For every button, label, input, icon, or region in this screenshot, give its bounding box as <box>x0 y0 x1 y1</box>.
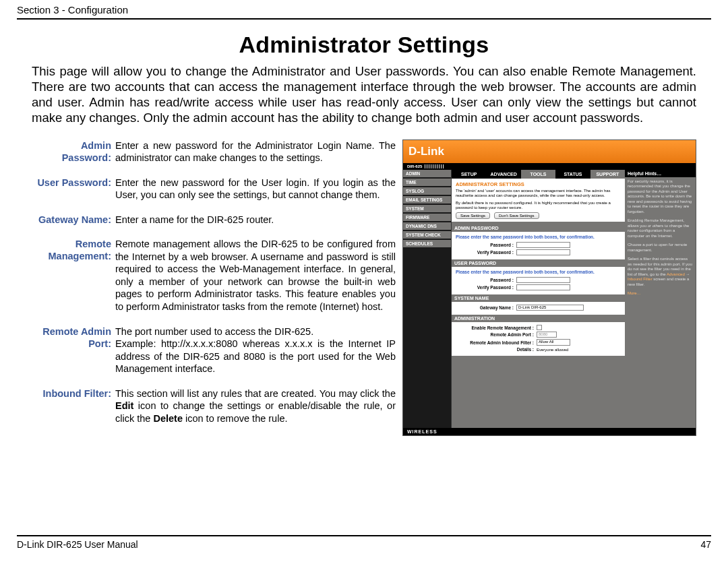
lbl-gateway-name: Gateway Name : <box>456 305 516 310</box>
tab-status[interactable]: STATUS <box>555 170 590 179</box>
ui-sidebar: ADMIN TIME SYSLOG EMAIL SETTINGS SYSTEM … <box>403 170 452 428</box>
link-advanced[interactable]: Advanced <box>667 272 685 276</box>
sidebar-item-syscheck[interactable]: SYSTEM CHECK <box>403 231 451 239</box>
dont-save-button[interactable]: Don't Save Settings <box>494 212 539 219</box>
def-text-user-password: Enter the new password for the User logi… <box>115 177 396 201</box>
section-header: Section 3 - Configuration <box>17 4 128 15</box>
def-label-admin-password: Admin Password: <box>32 139 115 164</box>
link-more[interactable]: More… <box>628 291 693 296</box>
def-text-gateway-name: Enter a name for the DIR-625 router. <box>115 214 396 226</box>
tab-setup[interactable]: SETUP <box>452 170 486 179</box>
ui-tabs: SETUP ADVANCED TOOLS STATUS SUPPORT <box>452 170 625 179</box>
sidebar-item-ddns[interactable]: DYNAMIC DNS <box>403 222 451 230</box>
gateway-name-input[interactable]: D-Link DIR-625 <box>516 305 584 311</box>
tab-advanced[interactable]: ADVANCED <box>486 170 520 179</box>
hints-text-1: For security reasons, it is recommended … <box>628 179 693 215</box>
def-text-admin-password: Enter a new password for the Administrat… <box>115 139 396 164</box>
enable-remote-checkbox[interactable] <box>537 325 542 330</box>
ui-panel-text2: By default there is no password configur… <box>456 201 621 210</box>
sidebar-item-time[interactable]: TIME <box>403 179 451 186</box>
admin-pw-hint: Please enter the same password into both… <box>456 235 621 239</box>
admin-verify-input[interactable] <box>516 249 570 255</box>
user-pw-hint: Please enter the same password into both… <box>456 270 621 274</box>
remote-port-input[interactable]: 8080 <box>537 332 557 338</box>
save-settings-button[interactable]: Save Settings <box>456 212 490 219</box>
ui-panel-title: ADMINISTRATOR SETTINGS <box>456 181 621 187</box>
lbl-details: Details : <box>456 347 537 352</box>
sidebar-item-firmware[interactable]: FIRMWARE <box>403 214 451 221</box>
lbl-user-verify: Verify Password : <box>456 285 516 290</box>
def-text-remote-management: Remote management allows the DIR-625 to … <box>115 238 396 313</box>
router-ui-screenshot: D-Link DIR-625 ADMIN TIME SYSLOG EMAIL S… <box>402 139 696 436</box>
hints-text-2: Enabling Remote Management, allows you o… <box>628 218 693 239</box>
footer-page-number: 47 <box>700 539 711 550</box>
lbl-enable-remote: Enable Remote Management : <box>456 325 537 330</box>
definition-list: Admin Password: Enter a new password for… <box>32 139 396 437</box>
def-label-gateway-name: Gateway Name: <box>32 214 115 226</box>
sidebar-item-syslog[interactable]: SYSLOG <box>403 187 451 195</box>
def-label-user-password: User Password: <box>32 177 115 201</box>
def-label-remote-admin-port: Remote Admin Port: <box>32 325 115 375</box>
tab-support[interactable]: SUPPORT <box>590 170 625 179</box>
inbound-filter-select[interactable]: Allow All <box>537 339 570 346</box>
ui-hints-panel: Helpful Hints… For security reasons, it … <box>625 170 696 428</box>
hints-text-4: Select a filter that controls access as … <box>628 257 693 287</box>
sidebar-item-system[interactable]: SYSTEM <box>403 205 451 212</box>
dlink-logo: D-Link <box>408 145 444 158</box>
hints-text-3: Choose a port to open for remote managem… <box>628 243 693 253</box>
user-verify-input[interactable] <box>516 284 570 290</box>
strip-admin-password: ADMIN PASSWORD <box>452 224 625 232</box>
stripe-icon <box>425 164 445 168</box>
lbl-user-password: Password : <box>456 278 516 282</box>
def-text-remote-admin-port: The port number used to access the DIR-6… <box>115 325 396 375</box>
footer-left: D-Link DIR-625 User Manual <box>17 539 138 550</box>
def-label-remote-management: Remote Management: <box>32 238 115 313</box>
lbl-admin-password: Password : <box>456 243 516 247</box>
ui-main-panel: SETUP ADVANCED TOOLS STATUS SUPPORT ADMI… <box>452 170 625 428</box>
details-value: Everyone allowed <box>537 348 568 352</box>
hints-title: Helpful Hints… <box>625 170 696 177</box>
sidebar-item-admin[interactable]: ADMIN <box>403 170 451 177</box>
ui-panel-text1: The 'admin' and 'user' accounts can acce… <box>456 189 621 198</box>
strip-system-name: SYSTEM NAME <box>452 294 625 302</box>
lbl-inbound-filter: Remote Admin Inbound Filter : <box>456 340 537 345</box>
link-inbound-filter[interactable]: Inbound Filter <box>628 277 653 281</box>
def-text-inbound-filter: This section will list any rules that ar… <box>115 387 396 425</box>
tab-tools[interactable]: TOOLS <box>521 170 555 179</box>
user-password-input[interactable] <box>516 277 570 283</box>
lbl-remote-port: Remote Admin Port : <box>456 332 537 337</box>
ui-brand-header: D-Link <box>403 140 696 163</box>
sidebar-item-schedules[interactable]: SCHEDULES <box>403 240 451 247</box>
page-title: Administrator Settings <box>17 32 711 58</box>
strip-user-password: USER PASSWORD <box>452 259 625 267</box>
ui-model-label: DIR-625 <box>407 164 422 168</box>
lbl-admin-verify: Verify Password : <box>456 250 516 255</box>
ui-footer-strip: WIRELESS <box>403 428 696 435</box>
intro-paragraph: This page will allow you to change the A… <box>32 63 696 126</box>
admin-password-input[interactable] <box>516 242 570 248</box>
def-label-inbound-filter: Inbound Filter: <box>32 387 115 425</box>
strip-administration: ADMINISTRATION <box>452 315 625 322</box>
sidebar-item-email[interactable]: EMAIL SETTINGS <box>403 196 451 204</box>
